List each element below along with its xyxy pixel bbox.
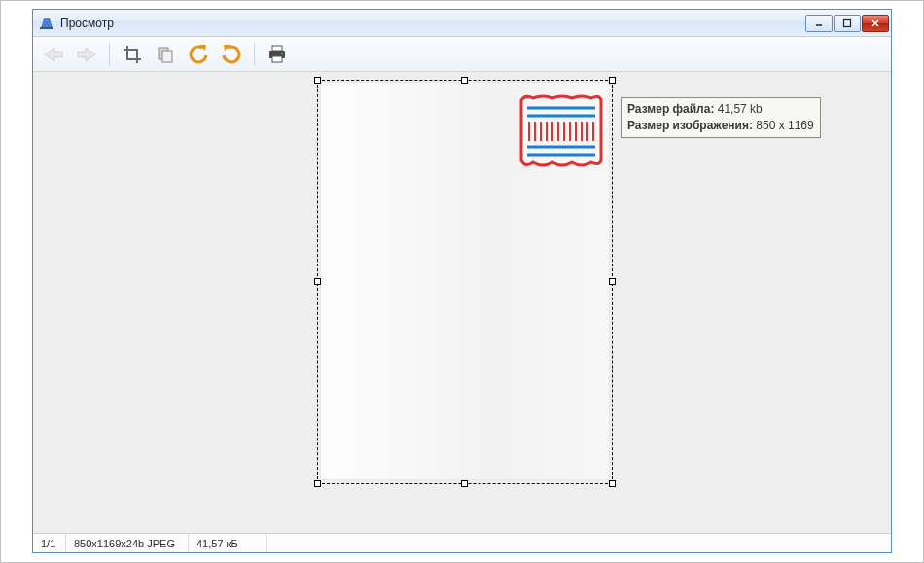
close-button[interactable] [862,15,889,32]
svg-rect-12 [272,46,282,51]
application-frame: Просмотр [0,0,924,563]
handle-w[interactable] [314,278,321,285]
tooltip-line2: Размер изображения: 850 x 1169 [627,118,814,134]
crop-button[interactable] [118,41,147,68]
handle-n[interactable] [461,77,468,84]
scanned-object [517,92,605,170]
maximize-button[interactable] [834,15,861,32]
prev-button[interactable] [39,41,68,68]
window-title: Просмотр [60,17,114,30]
statusbar: 1/1 850x1169x24b JPEG 41,57 кБ [33,533,891,552]
rotate-right-button[interactable] [217,41,246,68]
minimize-button[interactable] [805,15,833,32]
status-filesize: 41,57 кБ [189,534,267,552]
copy-button[interactable] [151,41,180,68]
tooltip-line2-label: Размер изображения: [627,119,753,132]
window-controls [805,15,889,32]
svg-rect-3 [844,19,851,26]
tooltip-line2-value: 850 x 1169 [756,119,813,132]
next-button[interactable] [72,41,101,68]
svg-rect-1 [40,27,53,29]
handle-se[interactable] [609,480,616,487]
scanned-page [320,82,610,480]
canvas-area[interactable]: Размер файла: 41,57 kb Размер изображени… [33,72,891,533]
tooltip-line1-label: Размер файла: [627,102,714,116]
svg-rect-9 [162,51,172,62]
app-icon [39,16,54,31]
handle-sw[interactable] [314,480,321,487]
tooltip-line1-value: 41,57 kb [718,102,763,116]
separator [109,43,110,66]
svg-point-15 [281,53,283,54]
rotate-left-button[interactable] [184,41,213,68]
preview-window: Просмотр [32,9,892,553]
separator [254,43,255,66]
handle-s[interactable] [461,480,468,487]
svg-marker-6 [45,48,62,61]
handle-e[interactable] [609,278,616,285]
handle-ne[interactable] [609,77,616,84]
svg-marker-0 [41,18,53,28]
print-button[interactable] [263,41,292,68]
handle-nw[interactable] [314,77,321,84]
toolbar [33,37,891,72]
svg-rect-14 [272,56,282,62]
status-dimensions: 850x1169x24b JPEG [66,534,189,552]
status-page: 1/1 [33,534,66,552]
svg-marker-7 [78,48,95,61]
titlebar: Просмотр [33,10,891,37]
tooltip-line1: Размер файла: 41,57 kb [627,101,814,118]
info-tooltip: Размер файла: 41,57 kb Размер изображени… [621,97,821,138]
